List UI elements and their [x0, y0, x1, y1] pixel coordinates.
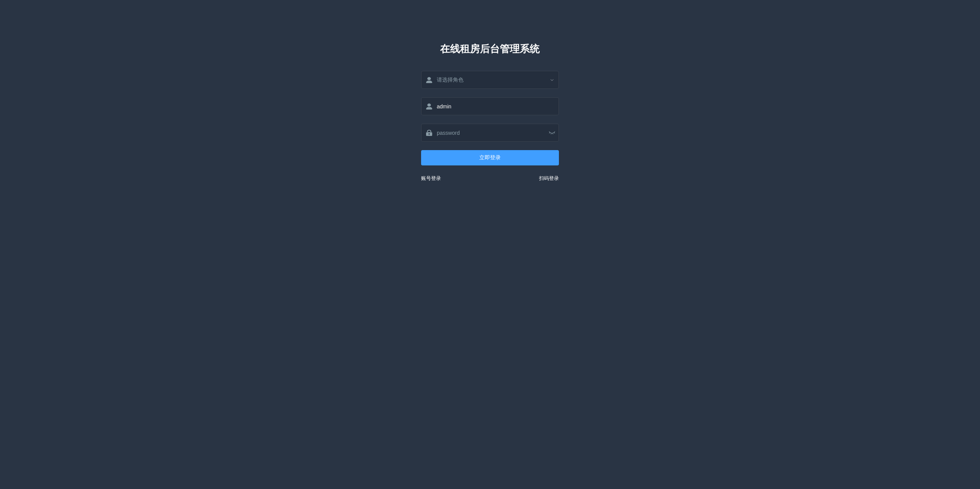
role-select-placeholder: 请选择角色: [437, 77, 545, 83]
password-field-wrapper: [421, 124, 559, 142]
role-select[interactable]: 请选择角色: [421, 71, 559, 89]
eye-icon[interactable]: [545, 131, 559, 135]
login-button[interactable]: 立即登录: [421, 150, 559, 165]
login-form: 在线租房后台管理系统 请选择角色: [421, 42, 559, 489]
username-input[interactable]: [437, 98, 559, 115]
chevron-down-icon: [545, 77, 559, 83]
account-login-link[interactable]: 账号登录: [421, 175, 441, 182]
password-input[interactable]: [437, 124, 545, 141]
qr-login-link[interactable]: 扫码登录: [539, 175, 559, 182]
page-title: 在线租房后台管理系统: [421, 42, 559, 56]
username-field-wrapper: [421, 97, 559, 115]
lock-icon: [421, 130, 437, 136]
user-icon: [421, 77, 437, 83]
bottom-links: 账号登录 扫码登录: [421, 175, 559, 182]
user-icon: [421, 103, 437, 110]
